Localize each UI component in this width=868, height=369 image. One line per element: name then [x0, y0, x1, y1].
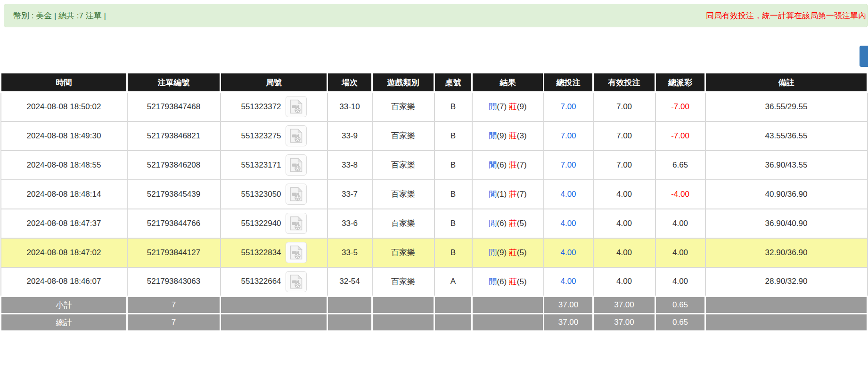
total-bet-link[interactable]: 4.00 — [560, 219, 576, 228]
round-number: 551322940 — [241, 219, 281, 228]
cell-result: 閒(6) 莊(5) — [472, 267, 544, 297]
cell-total-bet: 7.00 — [544, 92, 593, 121]
total-bet-link[interactable]: 7.00 — [560, 131, 576, 140]
cell-remark: 36.55/29.55 — [705, 92, 868, 121]
column-header-table_no: 桌號 — [434, 73, 472, 92]
cell-time: 2024-08-08 18:47:37 — [1, 209, 127, 238]
cell-result: 閒(9) 莊(5) — [472, 238, 544, 267]
column-header-valid_bet: 有效投注 — [593, 73, 655, 92]
cell-round: 551322834 — [221, 238, 328, 267]
total-bet-link[interactable]: 7.00 — [560, 102, 576, 111]
player-result-score: (9) — [497, 248, 507, 257]
cell-game-type: 百家樂 — [372, 238, 434, 267]
video-file-icon — [290, 216, 303, 231]
subtotal-row-table_no — [434, 297, 472, 314]
subtotal-row: 小計737.0037.000.65 — [1, 297, 868, 314]
cell-round: 551322664 — [221, 267, 328, 297]
subtotal-row-bet_id: 7 — [127, 297, 221, 314]
status-bar: 幣別 : 美金 | 總共 :7 注單 | 同局有效投注，統一計算在該局第一張注單… — [4, 4, 868, 27]
banker-result-score: (7) — [517, 160, 527, 169]
cell-bet-id: 521793846208 — [127, 151, 221, 180]
total-row-bet_id: 7 — [127, 314, 221, 331]
cell-session: 33-5 — [328, 238, 372, 267]
cell-round: 551323372 — [221, 92, 328, 121]
cell-time: 2024-08-08 18:48:55 — [1, 151, 127, 180]
player-result-score: (6) — [497, 277, 507, 286]
total-bet-link[interactable]: 4.00 — [560, 277, 576, 286]
table-row: 2024-08-08 18:46:07 521793843063 5513226… — [1, 267, 868, 297]
total-row-game — [372, 314, 434, 331]
currency-summary-text: 幣別 : 美金 | 總共 :7 注單 | — [13, 10, 106, 21]
total-bet-link[interactable]: 4.00 — [560, 248, 576, 257]
video-replay-button[interactable] — [286, 154, 307, 176]
total-row-remark — [705, 314, 868, 331]
banker-result-label: 莊 — [509, 219, 517, 228]
bet-history-table: 時間注單編號局號場次遊戲類別桌號結果總投注有效投注總派彩備註 2024-08-0… — [0, 72, 868, 332]
cell-round: 551323050 — [221, 180, 328, 209]
video-replay-button[interactable] — [286, 125, 307, 146]
subtotal-row-session — [328, 297, 372, 314]
total-bet-link[interactable]: 4.00 — [560, 190, 576, 199]
partial-button[interactable] — [860, 46, 868, 67]
total-row-valid_bet: 37.00 — [593, 314, 655, 331]
cell-table-no: B — [434, 151, 472, 180]
player-result-label: 閒 — [489, 190, 497, 199]
cell-payout: 4.00 — [655, 238, 705, 267]
video-file-icon — [290, 187, 303, 201]
table-row: 2024-08-08 18:48:55 521793846208 5513231… — [1, 151, 868, 180]
cell-total-bet: 4.00 — [544, 238, 593, 267]
total-bet-link[interactable]: 7.00 — [560, 160, 576, 169]
player-result-label: 閒 — [489, 277, 497, 286]
total-row-round — [221, 314, 328, 331]
table-row: 2024-08-08 18:47:02 521793844127 5513228… — [1, 238, 868, 267]
cell-session: 33-7 — [328, 180, 372, 209]
subtotal-row-remark — [705, 297, 868, 314]
cell-remark: 32.90/36.90 — [705, 238, 868, 267]
cell-round: 551323171 — [221, 151, 328, 180]
cell-payout: -7.00 — [655, 121, 705, 151]
cell-total-bet: 7.00 — [544, 121, 593, 151]
player-result-label: 閒 — [489, 248, 497, 257]
subtotal-row-round — [221, 297, 328, 314]
cell-table-no: B — [434, 209, 472, 238]
subtotal-row-payout: 0.65 — [655, 297, 705, 314]
player-result-score: (1) — [497, 190, 507, 199]
total-row-table_no — [434, 314, 472, 331]
cell-bet-id: 521793846821 — [127, 121, 221, 151]
column-header-payout: 總派彩 — [655, 73, 705, 92]
cell-valid-bet: 4.00 — [593, 267, 655, 297]
banker-result-score: (9) — [517, 102, 527, 111]
total-row-time: 總計 — [1, 314, 127, 331]
round-number: 551323372 — [241, 102, 281, 112]
cell-remark: 28.90/32.90 — [705, 267, 868, 297]
player-result-label: 閒 — [489, 160, 497, 169]
player-result-score: (6) — [497, 160, 507, 169]
cell-table-no: B — [434, 92, 472, 121]
banker-result-label: 莊 — [509, 102, 517, 111]
subtotal-row-time: 小計 — [1, 297, 127, 314]
banker-result-label: 莊 — [509, 248, 517, 257]
banker-result-score: (7) — [517, 190, 527, 199]
video-replay-button[interactable] — [286, 96, 307, 117]
banker-result-label: 莊 — [509, 160, 517, 169]
video-replay-button[interactable] — [286, 213, 307, 234]
subtotal-row-valid_bet: 37.00 — [593, 297, 655, 314]
video-replay-button[interactable] — [286, 242, 307, 263]
cell-game-type: 百家樂 — [372, 267, 434, 297]
player-result-label: 閒 — [489, 102, 497, 111]
cell-payout: -7.00 — [655, 92, 705, 121]
player-result-label: 閒 — [489, 219, 497, 228]
cell-game-type: 百家樂 — [372, 92, 434, 121]
banker-result-score: (5) — [517, 277, 527, 286]
cell-payout: 6.65 — [655, 151, 705, 180]
cell-game-type: 百家樂 — [372, 151, 434, 180]
round-number: 551322834 — [241, 248, 281, 257]
page: { "top_bar": { "left_text": "幣別 : 美金 | 總… — [0, 0, 868, 369]
cell-bet-id: 521793847468 — [127, 92, 221, 121]
video-replay-button[interactable] — [286, 184, 307, 205]
video-file-icon — [290, 274, 303, 289]
cell-round: 551322940 — [221, 209, 328, 238]
cell-valid-bet: 7.00 — [593, 121, 655, 151]
cell-game-type: 百家樂 — [372, 121, 434, 151]
video-replay-button[interactable] — [286, 271, 307, 292]
